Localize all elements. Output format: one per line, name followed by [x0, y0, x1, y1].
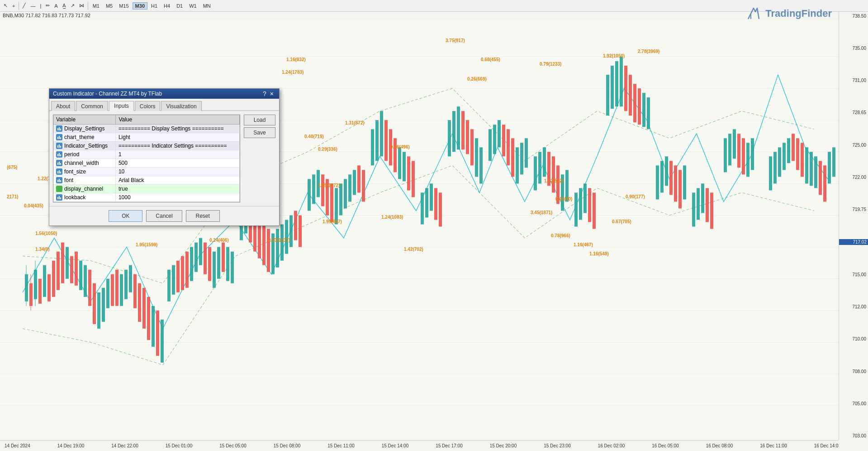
toolbar-vline[interactable]: |	[38, 2, 43, 10]
tab-colors[interactable]: Colors	[135, 101, 161, 111]
svg-rect-33	[106, 279, 109, 308]
tf-d1[interactable]: D1	[174, 2, 185, 10]
ok-button[interactable]: OK	[109, 210, 142, 222]
svg-text:1.42(702): 1.42(702)	[404, 247, 423, 252]
params-table-wrap[interactable]: Variable Value Display_Settings	[53, 115, 240, 202]
toolbar-arrow[interactable]: ↗	[69, 2, 76, 10]
tf-mn[interactable]: MN	[200, 2, 213, 10]
time-label-9: 15 Dec 20:00	[490, 443, 517, 448]
svg-rect-146	[669, 161, 673, 195]
svg-rect-69	[276, 229, 279, 267]
toolbar-draw[interactable]: ✏	[44, 2, 52, 10]
svg-text:0.26(669): 0.26(669)	[467, 77, 487, 82]
svg-text:1.12(532): 1.12(532)	[544, 178, 564, 183]
cancel-button[interactable]: Cancel	[146, 210, 182, 222]
table-cell-variable: chart_theme	[53, 133, 116, 141]
svg-rect-89	[375, 120, 379, 161]
price-label-2: 735.00	[839, 46, 868, 51]
svg-text:1.99(667): 1.99(667)	[323, 219, 342, 224]
chart-svg: 2.78(3969) 3.75(917) 0.68(455) 0.79(1233…	[0, 20, 839, 440]
row-icon-period	[56, 151, 62, 158]
svg-rect-51	[190, 247, 193, 281]
watermark-logo-icon	[745, 5, 763, 23]
dialog-close-button[interactable]: ×	[268, 91, 275, 97]
svg-rect-35	[115, 270, 119, 306]
table-cell-value-lookback[interactable]: 1000	[116, 193, 240, 202]
table-cell-variable: Indicator_Settings	[53, 142, 116, 150]
row-icon-display-settings	[56, 125, 62, 132]
svg-rect-56	[213, 252, 216, 288]
svg-rect-48	[176, 261, 180, 293]
svg-rect-101	[434, 188, 437, 220]
toolbar-hline[interactable]: —	[28, 2, 37, 10]
table-row[interactable]: font_size 10	[53, 168, 240, 176]
tf-w1[interactable]: W1	[186, 2, 199, 10]
table-cell-value-font-size[interactable]: 10	[116, 168, 240, 176]
toolbar-line[interactable]: ╱	[21, 2, 28, 10]
reset-button[interactable]: Reset	[186, 210, 220, 222]
svg-text:0.40(719): 0.40(719)	[304, 134, 324, 139]
time-label-10: 15 Dec 23:00	[544, 443, 571, 448]
dialog-help-button[interactable]: ?	[261, 91, 268, 97]
svg-rect-26	[75, 252, 78, 286]
table-row[interactable]: display_channel true	[53, 185, 240, 193]
toolbar-channel[interactable]: ⋈	[77, 2, 86, 10]
row-icon-chart-theme	[56, 134, 62, 140]
table-row[interactable]: chart_theme Light	[53, 133, 240, 142]
table-cell-value-font[interactable]: Arial Black	[116, 176, 240, 185]
table-row[interactable]: period 1	[53, 150, 240, 159]
tf-h1[interactable]: H1	[148, 2, 160, 10]
table-row[interactable]: channel_width 500	[53, 159, 240, 168]
toolbar-crosshair[interactable]: +	[10, 2, 17, 10]
svg-text:0.67(705): 0.67(705)	[612, 219, 631, 224]
tab-inputs[interactable]: Inputs	[109, 101, 134, 111]
svg-rect-32	[102, 288, 105, 322]
table-row[interactable]: font Arial Black	[53, 176, 240, 185]
save-button[interactable]: Save	[244, 127, 275, 138]
svg-rect-169	[801, 143, 804, 177]
table-cell-value-period[interactable]: 1	[116, 150, 240, 159]
chart-area[interactable]: 2.78(3969) 3.75(917) 0.68(455) 0.79(1233…	[0, 20, 839, 440]
load-button[interactable]: Load	[244, 115, 275, 125]
tf-h4[interactable]: H4	[161, 2, 173, 10]
time-label-7: 15 Dec 14:00	[382, 443, 409, 448]
table-cell-variable: lookback	[53, 193, 116, 202]
tab-about[interactable]: About	[51, 101, 75, 111]
indicator-settings-dialog[interactable]: Custom Indicator - Channel ZZ MT4 by TFl…	[49, 88, 280, 226]
toolbar-cursor[interactable]: ↖	[2, 2, 9, 10]
table-cell-variable: font	[53, 176, 116, 184]
table-cell-value-chart-theme[interactable]: Light	[116, 133, 240, 142]
params-table: Variable Value Display_Settings	[53, 115, 240, 202]
time-label-4: 15 Dec 05:00	[219, 443, 247, 448]
svg-rect-144	[660, 161, 664, 192]
svg-rect-164	[778, 147, 781, 177]
watermark: TradingFinder	[745, 5, 832, 23]
toolbar-label[interactable]: A̲	[61, 2, 68, 10]
row-variable-display-channel: display_channel	[64, 186, 103, 192]
svg-rect-148	[678, 170, 682, 208]
svg-text:1.16(832): 1.16(832)	[286, 57, 306, 62]
svg-rect-38	[129, 265, 132, 293]
table-row[interactable]: lookback 1000	[53, 193, 240, 202]
toolbar-text[interactable]: A	[52, 2, 59, 10]
svg-rect-159	[742, 138, 745, 174]
svg-text:1.16(548): 1.16(548)	[589, 251, 609, 256]
table-cell-value-channel-width[interactable]: 500	[116, 159, 240, 168]
svg-rect-39	[133, 274, 137, 308]
table-cell-value-display-channel[interactable]: true	[116, 185, 240, 193]
tab-common[interactable]: Common	[76, 101, 108, 111]
tf-m30[interactable]: M30	[133, 2, 147, 10]
tf-m5[interactable]: M5	[103, 2, 115, 10]
svg-text:1.24(1083): 1.24(1083)	[381, 215, 403, 220]
price-label-12: 708.00	[839, 369, 868, 374]
svg-rect-18	[38, 279, 42, 304]
time-label-0: 14 Dec 2024	[5, 443, 30, 448]
tf-m15[interactable]: M15	[116, 2, 131, 10]
price-label-3: 731.00	[839, 78, 868, 83]
svg-rect-36	[120, 274, 123, 306]
price-label-10: 712.00	[839, 304, 868, 309]
svg-rect-34	[111, 274, 114, 306]
tf-m1[interactable]: M1	[90, 2, 102, 10]
tab-visualization[interactable]: Visualization	[161, 101, 201, 111]
svg-rect-121	[538, 152, 541, 183]
